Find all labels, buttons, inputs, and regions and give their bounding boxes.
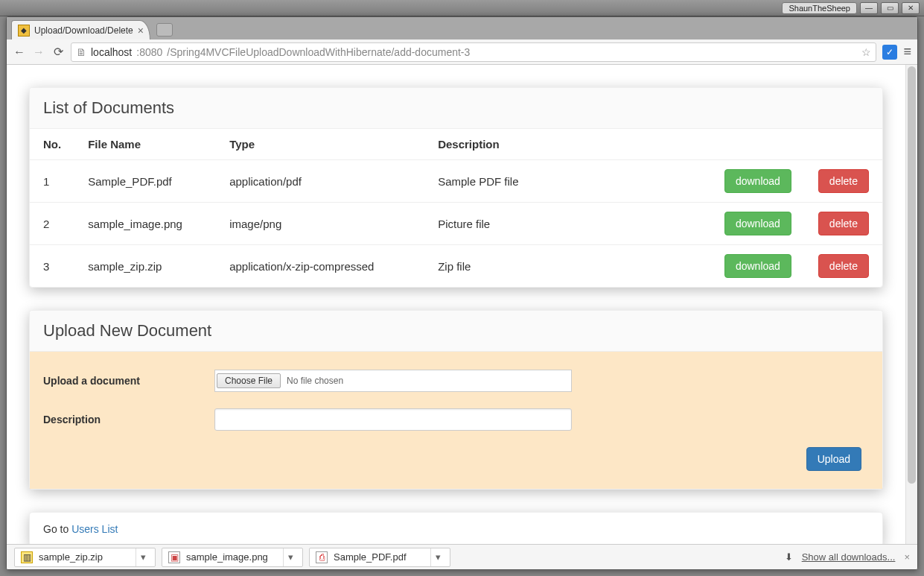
documents-heading: List of Documents — [30, 88, 882, 129]
os-titlebar: ShaunTheSheep — ▭ ✕ — [0, 0, 924, 16]
goto-row: Go to Users List — [30, 513, 882, 544]
url-path: /Spring4MVCFileUploadDownloadWithHiberna… — [167, 46, 470, 58]
cell-description: Picture file — [424, 203, 711, 245]
cell-file-name: Sample_PDF.pdf — [74, 160, 216, 203]
table-row: 1 Sample_PDF.pdf application/pdf Sample … — [30, 160, 882, 203]
browser-viewport: List of Documents No. File Name Type Des… — [7, 65, 917, 544]
os-user-label: ShaunTheSheep — [782, 2, 857, 14]
upload-panel: Upload New Document Upload a document Ch… — [29, 310, 883, 490]
tab-close-icon[interactable]: × — [138, 25, 144, 37]
window-maximize-button[interactable]: ▭ — [881, 2, 899, 14]
download-chip-menu[interactable]: ▾ — [430, 548, 445, 566]
table-row: 2 sample_image.png image/png Picture fil… — [30, 203, 882, 245]
file-label: Upload a document — [43, 375, 214, 387]
download-chip-menu[interactable]: ▾ — [136, 548, 150, 566]
browser-tab[interactable]: ◆ Upload/Download/Delete × — [11, 20, 150, 39]
url-port: :8080 — [136, 46, 162, 58]
image-file-icon: ▣ — [168, 551, 180, 563]
col-header-action-delete — [805, 129, 882, 160]
download-chip[interactable]: ▥ sample_zip.zip ▾ — [14, 548, 156, 567]
documents-panel: List of Documents No. File Name Type Des… — [29, 87, 883, 288]
tab-favicon-icon: ◆ — [18, 25, 30, 37]
download-button[interactable]: download — [724, 254, 791, 278]
zip-file-icon: ▥ — [21, 551, 33, 563]
description-label: Description — [43, 414, 214, 425]
cell-no: 2 — [30, 203, 74, 245]
goto-panel: Go to Users List — [29, 512, 883, 544]
download-bar: ▥ sample_zip.zip ▾ ▣ sample_image.png ▾ … — [7, 544, 917, 569]
upload-actions: Upload — [43, 447, 869, 471]
documents-table: No. File Name Type Description 1 Sample_… — [30, 129, 882, 287]
browser-menu-icon[interactable]: ≡ — [903, 44, 911, 60]
cell-file-name: sample_zip.zip — [74, 245, 216, 288]
download-chip-label: sample_zip.zip — [39, 551, 103, 563]
bookmark-star-icon[interactable]: ☆ — [861, 46, 871, 58]
extension-icon[interactable]: ✓ — [882, 45, 897, 60]
download-chip[interactable]: ▣ sample_image.png ▾ — [162, 548, 303, 567]
delete-button[interactable]: delete — [818, 212, 869, 235]
browser-tab-strip: ◆ Upload/Download/Delete × — [7, 17, 917, 39]
cell-type: application/x-zip-compressed — [216, 245, 424, 288]
file-status-text: No file chosen — [287, 376, 343, 386]
browser-window: ◆ Upload/Download/Delete × ← → ⟳ 🗎 local… — [6, 16, 918, 570]
col-header-action-download — [711, 129, 805, 160]
download-arrow-icon: ⬇ — [785, 551, 793, 563]
col-header-file-name: File Name — [74, 129, 216, 160]
cell-description: Sample PDF file — [424, 160, 711, 203]
table-header-row: No. File Name Type Description — [30, 129, 882, 160]
goto-prefix: Go to — [43, 523, 71, 535]
cell-no: 1 — [30, 160, 74, 203]
description-input[interactable] — [214, 408, 572, 431]
url-host: localhost — [91, 46, 132, 58]
cell-file-name: sample_image.png — [74, 203, 216, 245]
browser-tab-title: Upload/Download/Delete — [34, 25, 133, 36]
window-minimize-button[interactable]: — — [860, 2, 878, 14]
pdf-file-icon: ⎙ — [316, 551, 328, 563]
browser-toolbar: ← → ⟳ 🗎 localhost:8080/Spring4MVCFileUpl… — [7, 39, 917, 65]
users-list-link[interactable]: Users List — [71, 523, 118, 535]
page-icon: 🗎 — [76, 46, 86, 58]
cell-type: image/png — [216, 203, 424, 245]
form-row-description: Description — [43, 408, 869, 431]
back-button[interactable]: ← — [13, 45, 26, 59]
cell-description: Zip file — [424, 245, 711, 288]
vertical-scrollbar[interactable] — [905, 65, 917, 544]
form-row-file: Upload a document Choose File No file ch… — [43, 370, 869, 392]
upload-button[interactable]: Upload — [806, 447, 861, 471]
file-input[interactable]: Choose File No file chosen — [214, 370, 572, 392]
download-button[interactable]: download — [724, 169, 791, 193]
new-tab-button[interactable] — [156, 23, 173, 37]
download-chip[interactable]: ⎙ Sample_PDF.pdf ▾ — [309, 548, 450, 567]
download-button[interactable]: download — [724, 212, 791, 235]
delete-button[interactable]: delete — [818, 254, 869, 278]
delete-button[interactable]: delete — [818, 169, 869, 193]
cell-type: application/pdf — [216, 160, 424, 203]
download-chip-label: sample_image.png — [186, 551, 268, 563]
scrollbar-thumb[interactable] — [908, 66, 916, 484]
table-row: 3 sample_zip.zip application/x-zip-compr… — [30, 245, 882, 288]
forward-button: → — [32, 45, 45, 59]
col-header-description: Description — [424, 129, 711, 160]
choose-file-button[interactable]: Choose File — [217, 373, 281, 388]
close-download-bar-icon[interactable]: × — [904, 551, 910, 563]
cell-no: 3 — [30, 245, 74, 288]
address-bar[interactable]: 🗎 localhost:8080/Spring4MVCFileUploadDow… — [71, 42, 876, 62]
window-close-button[interactable]: ✕ — [902, 2, 920, 14]
upload-heading: Upload New Document — [30, 311, 882, 352]
col-header-no: No. — [30, 129, 74, 160]
reload-button[interactable]: ⟳ — [51, 45, 65, 59]
show-all-downloads-link[interactable]: Show all downloads... — [802, 551, 896, 563]
download-chip-menu[interactable]: ▾ — [283, 548, 298, 566]
page-content: List of Documents No. File Name Type Des… — [7, 65, 905, 544]
upload-form: Upload a document Choose File No file ch… — [30, 352, 882, 489]
col-header-type: Type — [216, 129, 424, 160]
download-chip-label: Sample_PDF.pdf — [334, 551, 407, 563]
